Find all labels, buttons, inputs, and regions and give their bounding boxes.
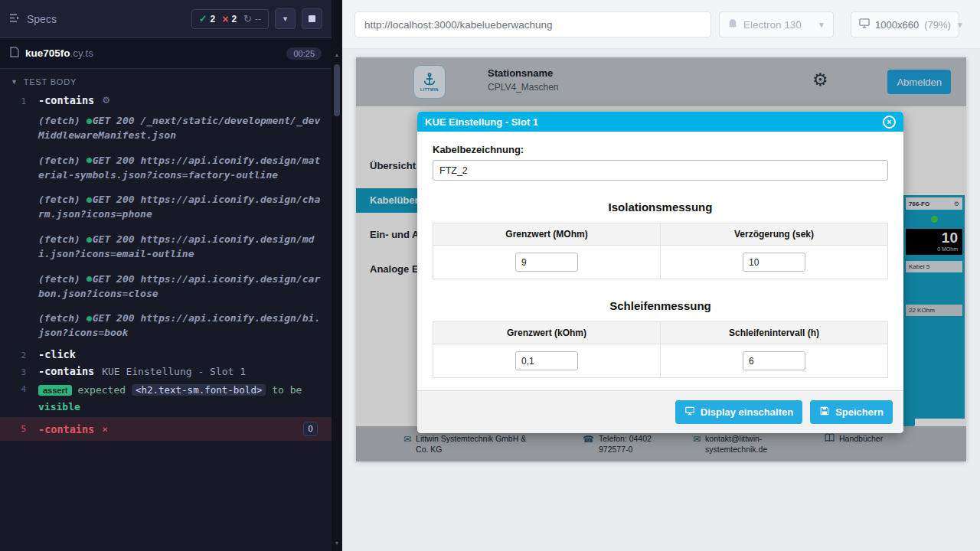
specs-list-icon[interactable] bbox=[9, 12, 21, 26]
browser-label: Electron 130 bbox=[743, 19, 802, 31]
network-request[interactable]: (fetch)GET 200 https://api.iconify.desig… bbox=[28, 311, 332, 341]
scroll-toggle-button[interactable]: ▾ bbox=[275, 8, 296, 29]
log-row[interactable]: (fetch)GET 200 /_next/static/development… bbox=[0, 109, 332, 148]
status-dot-icon bbox=[87, 316, 92, 321]
viewport-label: 1000x660 bbox=[875, 19, 919, 31]
line-number: 1 bbox=[0, 94, 28, 106]
close-icon[interactable]: × bbox=[883, 116, 896, 129]
gear-icon[interactable]: ⚙ bbox=[102, 95, 110, 106]
assert-badge: assert bbox=[38, 385, 72, 396]
chevron-down-icon: ▼ bbox=[956, 21, 964, 29]
scroll-down-icon[interactable]: ▼ bbox=[332, 537, 342, 549]
modal-title: KUE Einstellung - Slot 1 bbox=[425, 116, 538, 128]
save-button[interactable]: Speichern bbox=[810, 400, 893, 424]
scrollbar-thumb[interactable] bbox=[334, 64, 340, 116]
fetch-label: (fetch) bbox=[38, 233, 80, 245]
kue-settings-modal: KUE Einstellung - Slot 1 × Kabelbezeichn… bbox=[417, 112, 903, 433]
reporter-header: Specs ✓2 ×2 ↻-- ▾ bbox=[0, 0, 332, 38]
log-row[interactable]: 4 assertexpected <h2.text-sm.font-bold> … bbox=[0, 380, 332, 417]
modal-body: Kabelbezeichnung: Isolationsmessung Gren… bbox=[417, 132, 903, 378]
assertion[interactable]: assertexpected <h2.text-sm.font-bold> to… bbox=[28, 382, 332, 415]
browser-select[interactable]: Electron 130 ▼ bbox=[719, 11, 834, 37]
chevron-down-icon: ▼ bbox=[818, 21, 825, 29]
loop-grenzwert-input[interactable] bbox=[515, 351, 578, 370]
status-dot-icon bbox=[87, 237, 92, 243]
http-status: GET 200 bbox=[93, 312, 135, 324]
passed-stat: ✓2 bbox=[199, 13, 216, 24]
http-status: GET 200 bbox=[93, 155, 135, 166]
fetch-label: (fetch) bbox=[38, 115, 80, 126]
refresh-icon: ↻ bbox=[243, 13, 252, 24]
monitor-icon bbox=[684, 406, 695, 419]
modal-footer: Display einschalten Speichern bbox=[417, 390, 903, 433]
display-on-button[interactable]: Display einschalten bbox=[675, 400, 802, 424]
log-row[interactable]: (fetch)GET 200 https://api.iconify.desig… bbox=[0, 187, 332, 227]
chevron-down-icon: ▾ bbox=[283, 14, 288, 24]
command-contains-failed[interactable]: -contains bbox=[38, 423, 94, 435]
command-contains[interactable]: -contains bbox=[38, 365, 94, 377]
column-header: Schleifenintervall (h) bbox=[661, 322, 888, 344]
http-status: GET 200 bbox=[93, 273, 135, 285]
test-stats: ✓2 ×2 ↻-- bbox=[191, 9, 269, 29]
status-dot-icon bbox=[87, 197, 92, 203]
reporter-scrollbar[interactable]: ▲ ▼ bbox=[332, 0, 342, 551]
aut-frame: LITTWIN Stationsname CPLV4_Maschen ⚙ Abm… bbox=[356, 57, 966, 461]
spec-row[interactable]: kue705fo.cy.ts 00:25 bbox=[0, 38, 332, 69]
loop-intervall-input[interactable] bbox=[743, 351, 805, 370]
status-dot-icon bbox=[87, 158, 92, 163]
command-click[interactable]: -click bbox=[38, 348, 76, 360]
isolation-section-title: Isolationsmessung bbox=[433, 201, 888, 214]
x-icon: × bbox=[222, 13, 228, 25]
line-number: 2 bbox=[0, 348, 28, 360]
line-number: 5 bbox=[0, 422, 28, 436]
url-toolbar: Electron 130 ▼ 1000x660 (79%) ▼ bbox=[342, 0, 980, 49]
scroll-up-icon[interactable]: ▲ bbox=[332, 49, 342, 61]
fetch-label: (fetch) bbox=[38, 155, 80, 166]
http-status: GET 200 bbox=[93, 233, 135, 245]
line-number: 3 bbox=[0, 365, 28, 377]
request-url: /_next/static/development/_devMiddleware… bbox=[38, 115, 320, 141]
network-request[interactable]: (fetch)GET 200 https://api.iconify.desig… bbox=[28, 154, 332, 183]
save-icon bbox=[819, 406, 830, 419]
test-body-toggle[interactable]: ▼ TEST BODY bbox=[0, 69, 332, 90]
chevron-down-icon: ▼ bbox=[11, 78, 18, 86]
iso-verzoegerung-input[interactable] bbox=[743, 253, 805, 272]
log-row[interactable]: (fetch)GET 200 https://api.iconify.desig… bbox=[0, 227, 332, 267]
viewport-select[interactable]: 1000x660 (79%) ▼ bbox=[851, 11, 959, 37]
fetch-label: (fetch) bbox=[38, 312, 80, 324]
iso-grenzwert-input[interactable] bbox=[515, 253, 578, 272]
log-row[interactable]: (fetch)GET 200 https://api.iconify.desig… bbox=[0, 306, 332, 346]
log-row[interactable]: 3 -containsKUE Einstellung - Slot 1 bbox=[0, 363, 332, 380]
fetch-label: (fetch) bbox=[38, 273, 80, 285]
command-argument: KUE Einstellung - Slot 1 bbox=[102, 366, 246, 377]
network-request[interactable]: (fetch)GET 200 /_next/static/development… bbox=[28, 114, 332, 143]
request-url: https://api.iconify.design/bi.json?icons… bbox=[38, 312, 320, 338]
network-request[interactable]: (fetch)GET 200 https://api.iconify.desig… bbox=[28, 272, 332, 302]
url-input[interactable] bbox=[354, 11, 711, 37]
request-url: https://api.iconify.design/material-symb… bbox=[38, 155, 320, 181]
stop-button[interactable] bbox=[302, 8, 322, 29]
spec-name[interactable]: kue705fo.cy.ts bbox=[25, 47, 93, 59]
log-row[interactable]: (fetch)GET 200 https://api.iconify.desig… bbox=[0, 267, 332, 307]
command-log: 1 -contains⚙ (fetch)GET 200 /_next/stati… bbox=[0, 90, 332, 441]
log-row[interactable]: 2 -click bbox=[0, 346, 332, 363]
monitor-icon bbox=[859, 18, 870, 31]
aut-region: Electron 130 ▼ 1000x660 (79%) ▼ LITTWIN bbox=[342, 0, 980, 551]
log-row[interactable]: 1 -contains⚙ bbox=[0, 92, 332, 109]
network-request[interactable]: (fetch)GET 200 https://api.iconify.desig… bbox=[28, 193, 332, 222]
command-contains[interactable]: -contains bbox=[38, 94, 94, 106]
request-url: https://api.iconify.design/charm.json?ic… bbox=[38, 194, 320, 220]
log-row-failed[interactable]: 5 -contains×0 bbox=[0, 417, 332, 441]
network-request[interactable]: (fetch)GET 200 https://api.iconify.desig… bbox=[28, 233, 332, 262]
modal-header: KUE Einstellung - Slot 1 × bbox=[417, 112, 903, 132]
specs-title[interactable]: Specs bbox=[27, 13, 57, 25]
test-body-label: TEST BODY bbox=[24, 77, 77, 86]
cable-name-input[interactable] bbox=[433, 160, 888, 181]
log-row[interactable]: (fetch)GET 200 https://api.iconify.desig… bbox=[0, 148, 332, 188]
failed-count: 2 bbox=[231, 14, 237, 24]
electron-icon bbox=[727, 18, 738, 31]
line-number: 4 bbox=[0, 382, 28, 415]
loop-section-title: Schleifenmessung bbox=[433, 299, 888, 312]
isolation-table: Grenzwert (MOhm) Verzögerung (sek) bbox=[433, 223, 888, 279]
pending-count: -- bbox=[255, 14, 261, 24]
